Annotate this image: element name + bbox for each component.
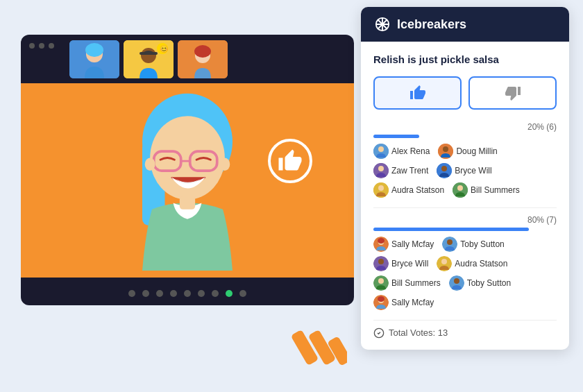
icebreakers-icon xyxy=(375,17,390,32)
voter-bryce-2: Bryce Will xyxy=(373,256,428,271)
main-video xyxy=(21,83,354,278)
nav-dot-8[interactable] xyxy=(226,290,233,297)
voter-sally-1: Sally Mcfay xyxy=(373,237,434,252)
avatar-toby-2 xyxy=(449,275,464,291)
nav-dot-4[interactable] xyxy=(170,290,177,297)
svg-point-34 xyxy=(378,166,384,171)
voter-doug: Doug Millin xyxy=(438,144,497,159)
voter-bryce: Bryce Will xyxy=(437,163,491,178)
avatar-audra-2 xyxy=(437,256,452,271)
total-votes: Total Votes: 13 xyxy=(373,327,557,339)
navigation-dots xyxy=(21,290,354,297)
voter-toby-1-name: Toby Sutton xyxy=(460,239,504,249)
question-text: Relish is just pickle salsa xyxy=(373,53,557,67)
voter-sally-1-name: Sally Mcfay xyxy=(391,239,434,249)
nav-dot-9[interactable] xyxy=(239,290,246,297)
divider xyxy=(373,207,557,208)
result-80-bar xyxy=(373,228,529,231)
voter-sally-2: Sally Mcfay xyxy=(373,295,434,310)
video-panel: 😊 xyxy=(21,35,354,312)
avatar-bill xyxy=(453,182,468,198)
voter-zaw-name: Zaw Trent xyxy=(391,166,428,176)
svg-point-51 xyxy=(378,278,384,284)
panel-header: Icebreakers xyxy=(361,7,569,42)
svg-point-49 xyxy=(441,259,447,264)
avatar-toby-1 xyxy=(442,237,457,252)
avatar-doug xyxy=(438,144,453,159)
result-20-bar xyxy=(373,135,419,138)
result-20-section: 20% (6) Alex Rena Doug Millin xyxy=(373,122,557,198)
svg-point-32 xyxy=(443,146,448,152)
dot-3 xyxy=(49,43,54,49)
decorative-slashes xyxy=(292,327,347,378)
dot-2 xyxy=(39,43,44,49)
svg-point-53 xyxy=(454,278,459,284)
icebreakers-panel: Icebreakers Relish is just pickle salsa … xyxy=(361,7,569,350)
thumbs-up-button[interactable] xyxy=(373,76,462,110)
thumbs-up-overlay xyxy=(268,139,312,183)
voter-zaw: Zaw Trent xyxy=(373,163,428,178)
voter-toby-2: Toby Sutton xyxy=(449,275,511,291)
voter-bill: Bill Summers xyxy=(453,182,520,198)
result-80-section: 80% (7) Sally Mcfay Toby Sutton xyxy=(373,215,557,310)
voter-bill-2-name: Bill Summers xyxy=(391,278,441,288)
voter-sally-2-name: Sally Mcfay xyxy=(391,298,434,307)
svg-point-38 xyxy=(378,185,384,191)
voter-bryce-2-name: Bryce Will xyxy=(391,259,428,269)
avatar-bryce-2 xyxy=(373,256,389,271)
panel-title: Icebreakers xyxy=(397,17,466,32)
voter-doug-name: Doug Millin xyxy=(456,146,497,156)
nav-dot-6[interactable] xyxy=(198,290,205,297)
nav-dot-2[interactable] xyxy=(142,290,149,297)
svg-point-20 xyxy=(219,158,230,171)
voter-alex: Alex Rena xyxy=(373,144,430,159)
thumbs-down-button[interactable] xyxy=(468,76,557,110)
voter-toby-2-name: Toby Sutton xyxy=(467,278,511,288)
svg-point-19 xyxy=(145,158,155,171)
svg-point-11 xyxy=(194,45,211,58)
voter-bryce-name: Bryce Will xyxy=(455,166,491,176)
voter-audra-name: Audra Statson xyxy=(391,185,444,195)
dot-1 xyxy=(29,43,35,49)
svg-point-2 xyxy=(85,43,103,57)
svg-point-45 xyxy=(447,239,453,245)
check-circle-icon xyxy=(373,327,385,339)
avatar-zaw xyxy=(373,163,389,178)
result-80-label: 80% (7) xyxy=(373,215,557,225)
nav-dot-3[interactable] xyxy=(156,290,163,297)
svg-point-40 xyxy=(457,185,463,191)
voter-audra-2-name: Audra Statson xyxy=(455,259,507,269)
voter-audra: Audra Statson xyxy=(373,182,444,198)
nav-dot-5[interactable] xyxy=(184,290,191,297)
nav-dot-7[interactable] xyxy=(212,290,219,297)
window-dots xyxy=(29,43,54,49)
svg-point-47 xyxy=(378,259,384,264)
avatar-bryce xyxy=(437,163,452,178)
thumbnail-3[interactable] xyxy=(178,40,228,78)
nav-dot-1[interactable] xyxy=(128,290,135,297)
voter-bill-name: Bill Summers xyxy=(471,185,520,195)
panel-body: Relish is just pickle salsa 20% (6) xyxy=(361,42,569,350)
result-20-label: 20% (6) xyxy=(373,122,557,132)
svg-point-30 xyxy=(378,146,384,152)
result-80-voters: Sally Mcfay Toby Sutton Bryce Will xyxy=(373,237,557,310)
svg-text:😊: 😊 xyxy=(160,44,169,53)
vote-buttons xyxy=(373,76,557,110)
svg-rect-18 xyxy=(180,196,195,210)
svg-point-4 xyxy=(141,48,156,63)
character-illustration xyxy=(97,90,278,271)
svg-point-56 xyxy=(378,296,385,302)
thumbnail-1[interactable] xyxy=(69,40,119,78)
svg-point-36 xyxy=(441,166,447,171)
total-votes-label: Total Votes: 13 xyxy=(389,327,448,338)
thumbnail-strip: 😊 xyxy=(69,40,228,78)
svg-point-43 xyxy=(378,238,385,244)
avatar-sally-2 xyxy=(373,295,389,310)
voter-toby-1: Toby Sutton xyxy=(442,237,504,252)
thumbnail-2[interactable]: 😊 xyxy=(124,40,174,78)
voter-audra-2: Audra Statson xyxy=(437,256,507,271)
avatar-sally-1 xyxy=(373,237,389,252)
avatar-audra xyxy=(373,182,389,198)
avatar-alex xyxy=(373,144,389,159)
divider-2 xyxy=(373,320,557,321)
